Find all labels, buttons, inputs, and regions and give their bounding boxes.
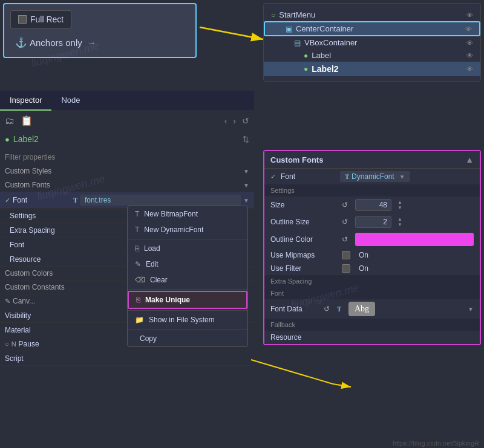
inspector-tabs: Inspector Node: [0, 91, 254, 111]
cf-title: Custom Fonts: [270, 155, 323, 164]
cf-font-data-label: Font Data: [270, 305, 319, 313]
pause-circle-icon: ○: [5, 340, 9, 348]
font-dropdown-arrow[interactable]: ▼: [243, 197, 249, 204]
context-copy[interactable]: Copy: [128, 331, 247, 346]
context-clear[interactable]: ⌫ Clear: [128, 272, 247, 288]
anchors-only-row: ⚓ Anchors only →: [10, 34, 189, 51]
divider-3: [128, 310, 247, 311]
cf-checkmark: ✓: [270, 173, 276, 181]
cf-color-swatch[interactable]: [355, 233, 474, 246]
clear-icon: ⌫: [135, 276, 145, 284]
cf-header: Custom Fonts ▲: [264, 151, 480, 169]
custom-colors-label: Custom Colors: [5, 269, 53, 278]
cf-font-value[interactable]: 𝐓 DynamicFont ▼: [340, 171, 410, 182]
scene-item-label[interactable]: ● Label 👁: [264, 49, 480, 62]
checkmark-icon: ✓: [5, 196, 10, 204]
scene-item-startmenu[interactable]: ○ StartMenu 👁: [264, 8, 480, 21]
scene-item-vboxcontainer[interactable]: ▤ VBoxContainer 👁: [264, 36, 480, 49]
dynamic-icon: T: [135, 226, 139, 234]
full-rect-button[interactable]: Full Rect: [10, 10, 71, 28]
cf-font-dropdown-arrow[interactable]: ▼: [399, 174, 405, 180]
cf-filter-row: Use Filter On: [264, 262, 480, 275]
filter-label: Filter properties: [5, 153, 55, 161]
cf-size-input[interactable]: [355, 199, 391, 211]
label2-label: Label2: [312, 64, 338, 74]
cf-resource-row: Resource: [264, 331, 480, 344]
cf-scroll-up[interactable]: ▲: [465, 155, 474, 164]
make-unique-label: Make Unique: [145, 296, 190, 304]
material-label: Material: [5, 326, 31, 334]
label-eye-icon[interactable]: 👁: [466, 52, 473, 59]
cf-outline-spinners[interactable]: ▲▼: [397, 216, 402, 227]
inspector-node-name: ● Label2 ⇅: [0, 131, 254, 148]
centercontainer-eye-icon[interactable]: 👁: [465, 25, 472, 33]
show-fs-label: Show in File System: [149, 316, 215, 324]
copy-label: Copy: [140, 334, 157, 343]
cf-mipmaps-checkbox[interactable]: [342, 251, 350, 259]
cf-font-row: ✓ Font 𝐓 DynamicFont ▼: [264, 169, 480, 184]
cf-font-data-dropdown[interactable]: ▼: [468, 306, 474, 313]
divider-1: [128, 239, 247, 239]
cf-font-type-icon: 𝐓: [345, 173, 349, 181]
centercontainer-label: CenterContainer: [296, 24, 353, 33]
centercontainer-icon: ▣: [286, 25, 292, 33]
full-rect-checkbox[interactable]: [18, 15, 27, 24]
resource-label: Resource: [10, 255, 41, 264]
startmenu-eye-icon[interactable]: 👁: [466, 11, 473, 19]
cf-font-data-type-icon: 𝐓: [337, 305, 341, 313]
refresh-icon[interactable]: ↺: [242, 116, 249, 126]
prev-icon[interactable]: ‹: [224, 116, 227, 126]
custom-styles-expand[interactable]: ▼: [243, 168, 249, 175]
vboxcontainer-eye-icon[interactable]: 👁: [466, 39, 473, 47]
scene-item-centercontainer[interactable]: ▣ CenterContainer 👁: [264, 21, 480, 36]
settings-label: Settings: [10, 212, 36, 220]
vboxcontainer-label: VBoxContainer: [304, 38, 357, 47]
cf-outline-color-label: Outline Color: [270, 235, 337, 244]
cf-outline-size-input[interactable]: [355, 216, 391, 228]
history-back-icon[interactable]: 🗂: [5, 115, 15, 126]
context-new-bitmapfont[interactable]: T New BitmapFont: [128, 206, 247, 222]
context-new-dynamicfont[interactable]: T New DynamicFont: [128, 222, 247, 238]
cf-font-data-refresh-icon[interactable]: ↺: [324, 305, 330, 313]
history-forward-icon[interactable]: 📋: [21, 115, 33, 126]
cf-filter-checkbox[interactable]: [342, 264, 350, 273]
cf-mipmaps-value: On: [359, 251, 368, 259]
cf-size-spinners[interactable]: ▲▼: [397, 200, 402, 210]
tab-node[interactable]: Node: [51, 91, 90, 111]
scene-item-label2[interactable]: ● Label2 👁: [264, 62, 480, 76]
cf-filter-label: Use Filter: [270, 264, 337, 273]
cf-extra-spacing-label: Extra Spacing: [270, 278, 312, 285]
label2-eye-icon[interactable]: 👁: [466, 65, 473, 73]
load-icon: ⎘: [135, 244, 139, 253]
script-row[interactable]: Script: [0, 351, 254, 366]
cf-outline-color-refresh-icon[interactable]: ↺: [342, 235, 348, 244]
cf-size-label: Size: [270, 201, 337, 209]
new-bitmapfont-label: New BitmapFont: [144, 210, 198, 218]
cf-size-row: Size ↺ ▲▼: [264, 196, 480, 213]
node-name-display: Label2: [13, 134, 39, 144]
make-unique-icon: ⎘: [136, 296, 140, 304]
custom-styles-row[interactable]: Custom Styles ▼: [0, 164, 254, 178]
node-type-icon: ●: [5, 135, 10, 144]
inspector-toolbar: 🗂 📋 ‹ › ↺: [0, 112, 254, 129]
custom-fonts-expand[interactable]: ▼: [243, 182, 249, 189]
tab-inspector[interactable]: Inspector: [0, 91, 51, 111]
startmenu-icon: ○: [271, 11, 275, 19]
font-value-display: font.tres: [80, 195, 241, 206]
next-icon[interactable]: ›: [233, 116, 236, 126]
canvas-label: Canv...: [13, 297, 35, 305]
label-icon: ●: [304, 51, 308, 60]
context-show-filesystem[interactable]: 📁 Show in File System: [128, 312, 247, 328]
cf-mipmaps-row: Use Mipmaps On: [264, 248, 480, 262]
context-load[interactable]: ⎘ Load: [128, 241, 247, 256]
load-label: Load: [144, 244, 160, 253]
clear-label: Clear: [150, 276, 168, 284]
context-edit[interactable]: ✎ Edit: [128, 256, 247, 272]
cf-font-preview-text: Abg: [355, 304, 369, 313]
cf-size-refresh-icon[interactable]: ↺: [342, 201, 348, 209]
context-make-unique[interactable]: ⎘ Make Unique: [128, 291, 247, 309]
custom-fonts-section[interactable]: Custom Fonts ▼: [0, 178, 254, 192]
sort-icon[interactable]: ⇅: [243, 135, 249, 144]
cf-font-preview-btn[interactable]: Abg: [348, 302, 375, 316]
cf-outline-size-refresh-icon[interactable]: ↺: [342, 218, 348, 226]
